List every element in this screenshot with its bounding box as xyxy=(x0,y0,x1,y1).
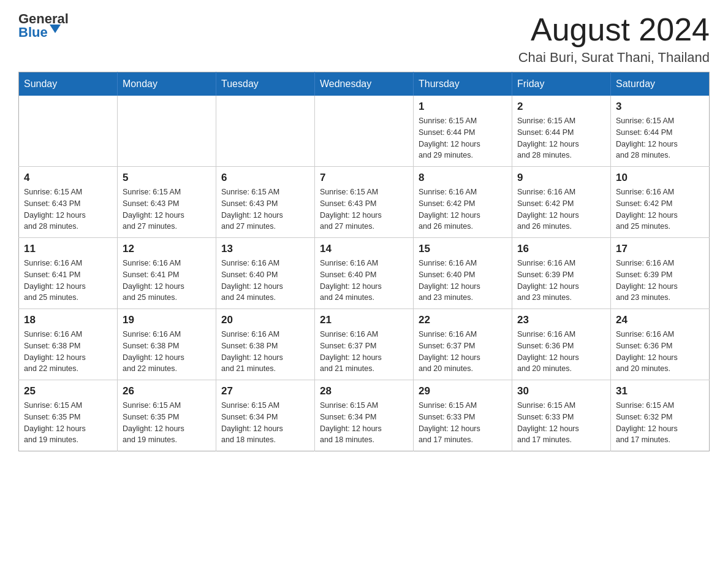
day-number: 11 xyxy=(24,243,112,255)
day-info: Sunrise: 6:16 AMSunset: 6:42 PMDaylight:… xyxy=(419,186,507,232)
calendar-cell: 7Sunrise: 6:15 AMSunset: 6:43 PMDaylight… xyxy=(315,167,414,238)
day-info: Sunrise: 6:15 AMSunset: 6:43 PMDaylight:… xyxy=(221,186,309,232)
calendar-cell: 28Sunrise: 6:15 AMSunset: 6:34 PMDayligh… xyxy=(315,380,414,451)
day-info: Sunrise: 6:16 AMSunset: 6:42 PMDaylight:… xyxy=(616,186,704,232)
day-info: Sunrise: 6:15 AMSunset: 6:34 PMDaylight:… xyxy=(320,400,408,446)
logo-blue-text: Blue xyxy=(18,26,69,39)
weekday-header-saturday: Saturday xyxy=(611,72,710,96)
day-info: Sunrise: 6:15 AMSunset: 6:43 PMDaylight:… xyxy=(24,186,112,232)
day-number: 21 xyxy=(320,314,408,326)
day-info: Sunrise: 6:16 AMSunset: 6:40 PMDaylight:… xyxy=(221,258,309,304)
calendar-cell: 13Sunrise: 6:16 AMSunset: 6:40 PMDayligh… xyxy=(216,238,315,309)
weekday-header-row: SundayMondayTuesdayWednesdayThursdayFrid… xyxy=(19,72,710,96)
day-info: Sunrise: 6:15 AMSunset: 6:43 PMDaylight:… xyxy=(123,186,211,232)
day-number: 16 xyxy=(517,243,605,255)
calendar-cell: 2Sunrise: 6:15 AMSunset: 6:44 PMDaylight… xyxy=(512,96,611,167)
day-number: 26 xyxy=(123,385,211,397)
weekday-header-tuesday: Tuesday xyxy=(216,72,315,96)
calendar-cell: 30Sunrise: 6:15 AMSunset: 6:33 PMDayligh… xyxy=(512,380,611,451)
calendar-cell xyxy=(315,96,414,167)
calendar-cell: 5Sunrise: 6:15 AMSunset: 6:43 PMDaylight… xyxy=(118,167,216,238)
day-info: Sunrise: 6:15 AMSunset: 6:43 PMDaylight:… xyxy=(320,186,408,232)
day-number: 30 xyxy=(517,385,605,397)
calendar-week-2: 4Sunrise: 6:15 AMSunset: 6:43 PMDaylight… xyxy=(19,167,710,238)
weekday-header-wednesday: Wednesday xyxy=(315,72,414,96)
weekday-header-sunday: Sunday xyxy=(19,72,118,96)
calendar-week-5: 25Sunrise: 6:15 AMSunset: 6:35 PMDayligh… xyxy=(19,380,710,451)
calendar-cell xyxy=(216,96,315,167)
day-number: 12 xyxy=(123,243,211,255)
day-number: 25 xyxy=(24,385,112,397)
day-info: Sunrise: 6:15 AMSunset: 6:35 PMDaylight:… xyxy=(24,400,112,446)
calendar-cell: 15Sunrise: 6:16 AMSunset: 6:40 PMDayligh… xyxy=(414,238,512,309)
day-number: 9 xyxy=(517,172,605,184)
day-info: Sunrise: 6:16 AMSunset: 6:40 PMDaylight:… xyxy=(320,258,408,304)
calendar-table: SundayMondayTuesdayWednesdayThursdayFrid… xyxy=(18,72,710,451)
calendar-cell: 10Sunrise: 6:16 AMSunset: 6:42 PMDayligh… xyxy=(611,167,710,238)
day-info: Sunrise: 6:16 AMSunset: 6:38 PMDaylight:… xyxy=(221,329,309,375)
calendar-cell: 31Sunrise: 6:15 AMSunset: 6:32 PMDayligh… xyxy=(611,380,710,451)
calendar-cell: 16Sunrise: 6:16 AMSunset: 6:39 PMDayligh… xyxy=(512,238,611,309)
calendar-cell: 8Sunrise: 6:16 AMSunset: 6:42 PMDaylight… xyxy=(414,167,512,238)
day-number: 6 xyxy=(221,172,309,184)
day-info: Sunrise: 6:15 AMSunset: 6:34 PMDaylight:… xyxy=(221,400,309,446)
day-number: 24 xyxy=(616,314,704,326)
day-number: 23 xyxy=(517,314,605,326)
logo: General Blue xyxy=(18,12,69,39)
day-number: 5 xyxy=(123,172,211,184)
day-info: Sunrise: 6:16 AMSunset: 6:37 PMDaylight:… xyxy=(320,329,408,375)
location-title: Chai Buri, Surat Thani, Thailand xyxy=(518,50,710,66)
day-info: Sunrise: 6:16 AMSunset: 6:38 PMDaylight:… xyxy=(24,329,112,375)
calendar-cell: 22Sunrise: 6:16 AMSunset: 6:37 PMDayligh… xyxy=(414,309,512,380)
day-info: Sunrise: 6:15 AMSunset: 6:32 PMDaylight:… xyxy=(616,400,704,446)
weekday-header-monday: Monday xyxy=(118,72,216,96)
calendar-cell: 21Sunrise: 6:16 AMSunset: 6:37 PMDayligh… xyxy=(315,309,414,380)
calendar-header: SundayMondayTuesdayWednesdayThursdayFrid… xyxy=(19,72,710,96)
day-number: 18 xyxy=(24,314,112,326)
day-number: 22 xyxy=(419,314,507,326)
title-section: August 2024 Chai Buri, Surat Thani, Thai… xyxy=(518,12,710,66)
day-number: 13 xyxy=(221,243,309,255)
day-number: 10 xyxy=(616,172,704,184)
calendar-cell xyxy=(118,96,216,167)
day-info: Sunrise: 6:16 AMSunset: 6:40 PMDaylight:… xyxy=(419,258,507,304)
calendar-cell: 3Sunrise: 6:15 AMSunset: 6:44 PMDaylight… xyxy=(611,96,710,167)
day-info: Sunrise: 6:16 AMSunset: 6:36 PMDaylight:… xyxy=(517,329,605,375)
logo-arrow-icon xyxy=(50,25,61,33)
day-number: 4 xyxy=(24,172,112,184)
day-number: 7 xyxy=(320,172,408,184)
day-number: 19 xyxy=(123,314,211,326)
calendar-week-1: 1Sunrise: 6:15 AMSunset: 6:44 PMDaylight… xyxy=(19,96,710,167)
calendar-cell: 14Sunrise: 6:16 AMSunset: 6:40 PMDayligh… xyxy=(315,238,414,309)
calendar-cell: 17Sunrise: 6:16 AMSunset: 6:39 PMDayligh… xyxy=(611,238,710,309)
calendar-body: 1Sunrise: 6:15 AMSunset: 6:44 PMDaylight… xyxy=(19,96,710,451)
day-info: Sunrise: 6:16 AMSunset: 6:37 PMDaylight:… xyxy=(419,329,507,375)
calendar-cell: 4Sunrise: 6:15 AMSunset: 6:43 PMDaylight… xyxy=(19,167,118,238)
page-header: General Blue August 2024 Chai Buri, Sura… xyxy=(18,12,710,66)
day-number: 1 xyxy=(419,101,507,113)
day-info: Sunrise: 6:15 AMSunset: 6:33 PMDaylight:… xyxy=(517,400,605,446)
calendar-cell: 12Sunrise: 6:16 AMSunset: 6:41 PMDayligh… xyxy=(118,238,216,309)
day-info: Sunrise: 6:16 AMSunset: 6:39 PMDaylight:… xyxy=(616,258,704,304)
day-info: Sunrise: 6:16 AMSunset: 6:41 PMDaylight:… xyxy=(123,258,211,304)
day-info: Sunrise: 6:16 AMSunset: 6:38 PMDaylight:… xyxy=(123,329,211,375)
day-number: 15 xyxy=(419,243,507,255)
day-info: Sunrise: 6:15 AMSunset: 6:33 PMDaylight:… xyxy=(419,400,507,446)
day-info: Sunrise: 6:15 AMSunset: 6:35 PMDaylight:… xyxy=(123,400,211,446)
calendar-cell: 27Sunrise: 6:15 AMSunset: 6:34 PMDayligh… xyxy=(216,380,315,451)
calendar-week-4: 18Sunrise: 6:16 AMSunset: 6:38 PMDayligh… xyxy=(19,309,710,380)
calendar-cell: 26Sunrise: 6:15 AMSunset: 6:35 PMDayligh… xyxy=(118,380,216,451)
day-info: Sunrise: 6:15 AMSunset: 6:44 PMDaylight:… xyxy=(419,115,507,161)
calendar-cell: 11Sunrise: 6:16 AMSunset: 6:41 PMDayligh… xyxy=(19,238,118,309)
calendar-cell: 1Sunrise: 6:15 AMSunset: 6:44 PMDaylight… xyxy=(414,96,512,167)
weekday-header-friday: Friday xyxy=(512,72,611,96)
day-info: Sunrise: 6:16 AMSunset: 6:36 PMDaylight:… xyxy=(616,329,704,375)
day-number: 3 xyxy=(616,101,704,113)
calendar-week-3: 11Sunrise: 6:16 AMSunset: 6:41 PMDayligh… xyxy=(19,238,710,309)
day-number: 31 xyxy=(616,385,704,397)
logo-general-text: General xyxy=(18,12,69,26)
calendar-cell xyxy=(19,96,118,167)
day-info: Sunrise: 6:16 AMSunset: 6:41 PMDaylight:… xyxy=(24,258,112,304)
calendar-cell: 18Sunrise: 6:16 AMSunset: 6:38 PMDayligh… xyxy=(19,309,118,380)
day-info: Sunrise: 6:15 AMSunset: 6:44 PMDaylight:… xyxy=(517,115,605,161)
